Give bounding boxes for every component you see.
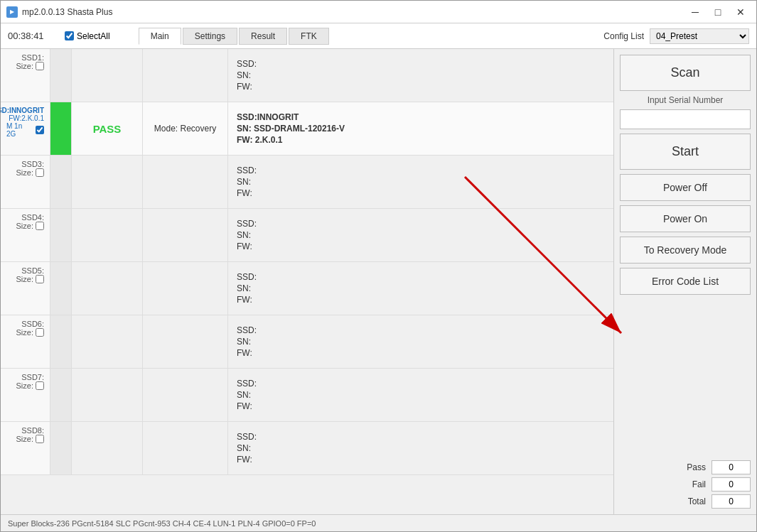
ssd8-status-bar — [50, 422, 71, 474]
ssd2-label: SSD:INNOGRIT FW:2.K.0.1 M 1n 2G — [1, 102, 50, 155]
ssd1-info-ssd: SSD: — [237, 59, 605, 69]
power-on-button[interactable]: Power On — [620, 205, 751, 232]
maximize-button[interactable]: □ — [708, 5, 728, 19]
app-icon: ▶ — [6, 6, 18, 18]
ssd8-info: SSD: SN: FW: — [228, 422, 613, 474]
minimize-button[interactable]: ─ — [685, 5, 705, 19]
ssd2-status-bar — [50, 102, 71, 155]
ssd1-info-fw: FW: — [237, 82, 605, 92]
close-button[interactable]: ✕ — [731, 5, 751, 19]
ssd5-mode — [143, 262, 228, 315]
serial-number-label: Input Serial Number — [620, 95, 751, 105]
ssd6-checkbox[interactable] — [36, 328, 44, 337]
ssd6-status-bar — [50, 315, 71, 368]
select-all-label: SelectAll — [77, 31, 110, 41]
ssd2-info-fw: FW: 2.K.0.1 — [237, 135, 605, 145]
ssd3-status-bar — [50, 156, 71, 208]
title-bar: ▶ mp2.0.0.13 Shasta Plus ─ □ ✕ — [1, 1, 756, 23]
ssd3-label: SSD3: Size: — [1, 156, 50, 208]
ssd1-info: SSD: SN: FW: — [228, 49, 613, 102]
ssd2-info-sn: SN: SSD-DRAML-120216-V — [237, 124, 605, 134]
table-row: SSD6: Size: SSD: SN: FW: — [1, 315, 613, 369]
error-code-list-button[interactable]: Error Code List — [620, 268, 751, 295]
ssd8-name: SSD8: — [21, 426, 44, 435]
ssd7-pass — [72, 369, 143, 421]
table-row: SSD4: Size: SSD: SN: FW: — [1, 209, 613, 262]
ssd8-size: Size: — [16, 435, 44, 443]
fail-value[interactable] — [712, 477, 751, 492]
table-row: SSD7: Size: SSD: SN: FW: — [1, 369, 613, 422]
ssd7-checkbox[interactable] — [36, 381, 44, 390]
table-row: SSD:INNOGRIT FW:2.K.0.1 M 1n 2G PASS Mod… — [1, 102, 613, 156]
table-row: SSD1: Size: SSD: SN: FW: — [1, 49, 613, 102]
tab-main[interactable]: Main — [139, 28, 181, 45]
total-stat-row: Total — [620, 494, 751, 509]
to-recovery-mode-button[interactable]: To Recovery Mode — [620, 237, 751, 264]
ssd8-label: SSD8: Size: — [1, 422, 50, 474]
ssd6-info-sn: SN: — [237, 337, 605, 347]
ssd3-mode — [143, 156, 228, 208]
power-off-button[interactable]: Power Off — [620, 174, 751, 201]
config-list-select[interactable]: 04_Pretest — [650, 28, 749, 44]
ssd3-info-ssd: SSD: — [237, 165, 605, 175]
ssd2-m: M 1n 2G — [6, 122, 44, 138]
total-label: Total — [677, 496, 706, 506]
ssd4-pass — [72, 209, 143, 261]
config-list-wrap: Config List 04_Pretest — [603, 28, 749, 44]
ssd5-pass — [72, 262, 143, 315]
tab-settings[interactable]: Settings — [183, 28, 237, 45]
status-text: Super Blocks-236 PGcnt-5184 SLC PGcnt-95… — [8, 519, 316, 528]
start-button[interactable]: Start — [620, 134, 751, 170]
ssd4-info-ssd: SSD: — [237, 219, 605, 229]
ssd4-status-bar — [50, 209, 71, 261]
total-value[interactable] — [712, 494, 751, 509]
time-display: 00:38:41 — [8, 31, 50, 41]
ssd6-info-fw: FW: — [237, 348, 605, 358]
config-list-label: Config List — [603, 31, 644, 41]
select-all-wrap: SelectAll — [65, 31, 110, 41]
ssd2-mode: Mode: Recovery — [143, 102, 228, 155]
ssd2-checkbox[interactable] — [36, 126, 44, 134]
ssd1-name: SSD1: — [21, 53, 44, 62]
ssd8-info-ssd: SSD: — [237, 432, 605, 442]
tab-ftk[interactable]: FTK — [289, 28, 329, 45]
ssd6-info: SSD: SN: FW: — [228, 315, 613, 368]
ssd7-size: Size: — [16, 381, 44, 390]
ssd8-status-col — [50, 422, 72, 474]
ssd5-status-col — [50, 262, 72, 315]
pass-value[interactable] — [712, 460, 751, 474]
main-window: ▶ mp2.0.0.13 Shasta Plus ─ □ ✕ 00:38:41 … — [0, 0, 757, 532]
ssd5-name: SSD5: — [21, 266, 44, 275]
window-title: mp2.0.0.13 Shasta Plus — [22, 7, 112, 17]
window-controls: ─ □ ✕ — [685, 5, 751, 19]
ssd2-status-col — [50, 102, 72, 155]
table-row: SSD8: Size: SSD: SN: FW: — [1, 422, 613, 475]
ssd8-checkbox[interactable] — [36, 435, 44, 443]
ssd8-info-fw: FW: — [237, 455, 605, 465]
ssd7-info: SSD: SN: FW: — [228, 369, 613, 421]
ssd3-status-col — [50, 156, 72, 208]
ssd8-mode — [143, 422, 228, 474]
ssd1-checkbox[interactable] — [36, 62, 44, 70]
status-bar: Super Blocks-236 PGcnt-5184 SLC PGcnt-95… — [1, 514, 756, 531]
ssd5-info: SSD: SN: FW: — [228, 262, 613, 315]
tab-result[interactable]: Result — [239, 28, 287, 45]
serial-number-input[interactable] — [620, 109, 751, 129]
ssd3-info: SSD: SN: FW: — [228, 156, 613, 208]
ssd6-status-col — [50, 315, 72, 368]
ssd7-info-ssd: SSD: — [237, 379, 605, 389]
scan-button[interactable]: Scan — [620, 55, 751, 91]
select-all-checkbox[interactable] — [65, 31, 74, 40]
ssd3-checkbox[interactable] — [36, 168, 44, 177]
ssd5-checkbox[interactable] — [36, 275, 44, 283]
ssd4-checkbox[interactable] — [36, 222, 44, 230]
ssd1-size: Size: — [16, 62, 44, 70]
ssd1-pass — [72, 49, 143, 102]
ssd7-status-col — [50, 369, 72, 421]
ssd-table: SSD1: Size: SSD: SN: FW: — [1, 49, 614, 514]
title-bar-left: ▶ mp2.0.0.13 Shasta Plus — [6, 6, 112, 18]
ssd3-name: SSD3: — [21, 160, 44, 168]
ssd1-mode — [143, 49, 228, 102]
ssd7-info-sn: SN: — [237, 390, 605, 400]
ssd7-info-fw: FW: — [237, 401, 605, 411]
